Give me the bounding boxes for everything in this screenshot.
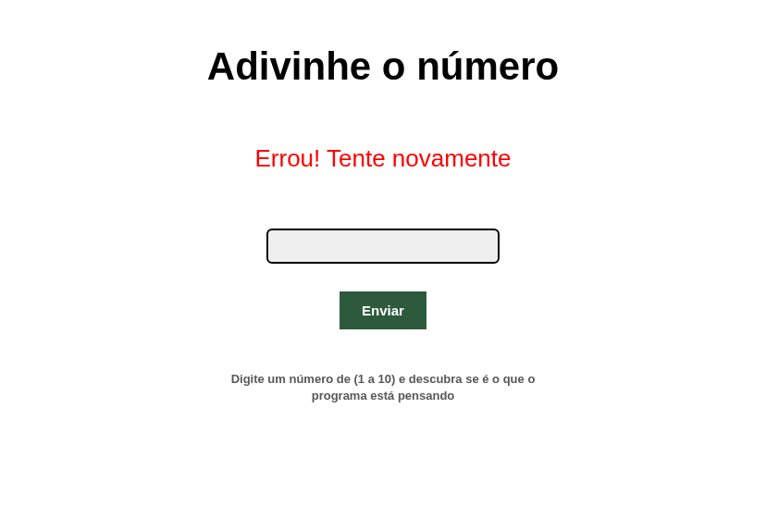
game-container: Adivinhe o número Errou! Tente novamente… [0, 0, 766, 404]
guess-input[interactable] [266, 229, 500, 264]
instruction-text: Digite um número de (1 a 10) e descubra … [216, 371, 550, 404]
error-message: Errou! Tente novamente [254, 144, 511, 173]
page-title: Adivinhe o número [207, 44, 559, 89]
submit-button[interactable]: Enviar [340, 291, 426, 329]
